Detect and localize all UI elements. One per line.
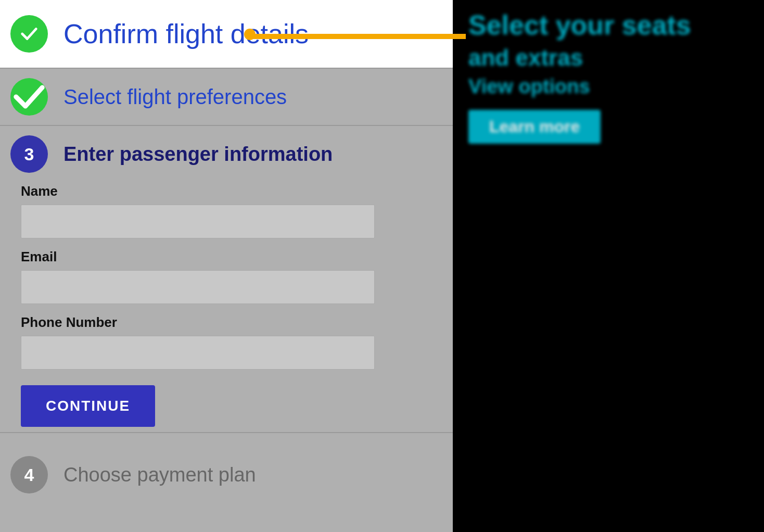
step-4-container: 4 Choose payment plan bbox=[0, 444, 453, 506]
phone-label: Phone Number bbox=[21, 314, 432, 331]
step-3-container: 3 Enter passenger information Name Email… bbox=[0, 126, 453, 432]
yellow-arrow-line bbox=[247, 34, 466, 39]
step-4-icon: 4 bbox=[10, 456, 48, 493]
email-label: Email bbox=[21, 249, 432, 265]
divider-3 bbox=[0, 432, 453, 433]
step-3-header: 3 Enter passenger information bbox=[10, 135, 442, 173]
left-panel: Confirm flight details Select flight pre… bbox=[0, 0, 453, 532]
step-3-title: Enter passenger information bbox=[63, 143, 333, 166]
step-4-title: Choose payment plan bbox=[63, 464, 256, 486]
phone-input[interactable] bbox=[21, 336, 375, 370]
right-panel: Select your seats and extras View option… bbox=[453, 0, 764, 532]
step-3-icon: 3 bbox=[10, 135, 48, 173]
step-2-container: Select flight preferences bbox=[0, 69, 453, 125]
right-line-2: and extras bbox=[468, 45, 748, 70]
step-2-icon bbox=[10, 78, 48, 116]
checkmark-icon bbox=[19, 24, 39, 44]
step-1-container: Confirm flight details bbox=[0, 0, 453, 68]
name-input[interactable] bbox=[21, 205, 375, 238]
continue-button[interactable]: CONTINUE bbox=[21, 385, 155, 427]
form-section: Name Email Phone Number CONTINUE bbox=[10, 183, 442, 427]
checkmark-icon-2 bbox=[10, 78, 48, 116]
name-label: Name bbox=[21, 183, 432, 199]
right-line-3: View options bbox=[468, 76, 748, 98]
step-1-icon bbox=[10, 15, 48, 53]
email-input[interactable] bbox=[21, 270, 375, 304]
yellow-arrow-circle bbox=[244, 29, 256, 40]
step-2-title: Select flight preferences bbox=[63, 85, 287, 109]
right-content: Select your seats and extras View option… bbox=[453, 0, 764, 154]
step-4-number: 4 bbox=[24, 465, 34, 485]
right-learn-more-button[interactable]: Learn more bbox=[468, 110, 601, 144]
step-3-number: 3 bbox=[24, 144, 34, 164]
right-line-1: Select your seats bbox=[468, 10, 748, 40]
